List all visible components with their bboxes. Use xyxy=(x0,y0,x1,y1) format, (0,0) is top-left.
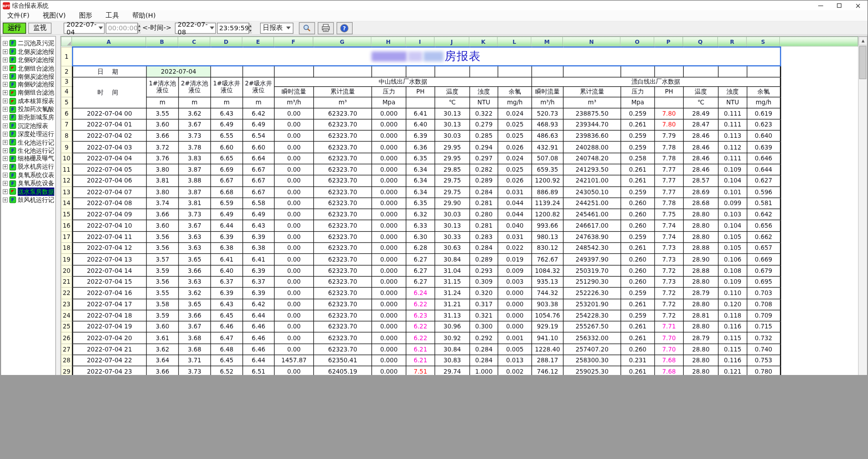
value-cell[interactable]: 3.81 xyxy=(179,198,211,209)
tree-item[interactable]: +F北侧炭滤池报表 xyxy=(1,47,55,56)
value-cell[interactable]: 0.005 xyxy=(498,344,532,355)
search-button[interactable] xyxy=(299,22,315,34)
column-header-Q[interactable]: Q xyxy=(683,37,718,47)
value-cell[interactable]: 3.60 xyxy=(146,220,179,231)
value-cell[interactable]: 6.24 xyxy=(406,287,435,299)
value-cell[interactable]: 62323.70 xyxy=(314,209,372,220)
value-cell[interactable]: 3.68 xyxy=(179,344,211,355)
value-cell[interactable]: 254228.30 xyxy=(563,310,621,321)
value-cell[interactable]: 7.78 xyxy=(655,198,684,209)
unit-cell[interactable]: m³ xyxy=(563,97,621,108)
value-cell[interactable]: 3.56 xyxy=(146,243,179,254)
tree-item[interactable]: +F二沉池及污泥浊 xyxy=(1,39,55,47)
value-cell[interactable]: 0.00 xyxy=(274,119,314,131)
column-header-O[interactable]: O xyxy=(621,37,655,47)
unit-cell[interactable]: Mpa xyxy=(621,97,655,108)
value-cell[interactable]: 0.121 xyxy=(718,366,747,375)
value-cell[interactable]: 0.581 xyxy=(747,198,780,209)
value-cell[interactable]: 246617.00 xyxy=(563,220,621,231)
value-cell[interactable]: 62323.70 xyxy=(314,333,372,344)
time-cell[interactable]: 2022-07-04 21 xyxy=(72,344,146,355)
value-cell[interactable]: 62323.70 xyxy=(314,243,372,254)
value-cell[interactable]: 6.44 xyxy=(211,220,243,231)
value-cell[interactable]: 7.74 xyxy=(655,220,684,231)
value-cell[interactable]: 520.73 xyxy=(532,108,563,119)
value-cell[interactable]: 255267.50 xyxy=(563,321,621,333)
time-cell[interactable]: 2022-07-04 19 xyxy=(72,321,146,333)
value-cell[interactable]: 0.259 xyxy=(621,141,655,153)
row-header[interactable]: 15 xyxy=(61,209,72,220)
row-header[interactable]: 9 xyxy=(61,141,72,153)
value-cell[interactable]: 29.75 xyxy=(435,175,470,187)
value-cell[interactable]: 0.261 xyxy=(621,243,655,254)
measure-header-cell[interactable]: 余氯 xyxy=(747,86,780,97)
value-cell[interactable]: 0.662 xyxy=(747,231,780,243)
value-cell[interactable]: 6.23 xyxy=(406,310,435,321)
value-cell[interactable]: 0.00 xyxy=(274,209,314,220)
empty-cell[interactable] xyxy=(684,66,718,77)
value-cell[interactable]: 62323.70 xyxy=(314,220,372,231)
value-cell[interactable]: 0.00 xyxy=(274,198,314,209)
measure-header-cell[interactable]: 温度 xyxy=(435,86,470,97)
value-cell[interactable]: 7.80 xyxy=(655,119,684,131)
value-cell[interactable]: 0.024 xyxy=(498,153,532,164)
value-cell[interactable]: 7.72 xyxy=(655,265,684,276)
value-cell[interactable]: 0.109 xyxy=(718,276,747,288)
value-cell[interactable]: 0.101 xyxy=(718,187,747,198)
row-header[interactable]: 16 xyxy=(61,220,72,231)
value-cell[interactable]: 993.66 xyxy=(532,220,563,231)
value-cell[interactable]: 6.49 xyxy=(243,209,274,220)
value-cell[interactable]: 0.260 xyxy=(621,209,655,220)
row-header[interactable]: 26 xyxy=(61,333,72,344)
value-cell[interactable]: 0.292 xyxy=(470,333,498,344)
value-cell[interactable]: 0.00 xyxy=(274,141,314,153)
measure-header-cell[interactable]: 浊度 xyxy=(718,86,747,97)
value-cell[interactable]: 6.41 xyxy=(243,254,274,265)
value-cell[interactable]: 28.46 xyxy=(684,164,718,175)
value-cell[interactable]: 6.51 xyxy=(243,366,274,375)
unit-cell[interactable]: m³ xyxy=(314,97,372,108)
value-cell[interactable]: 0.309 xyxy=(470,276,498,288)
value-cell[interactable]: 0.105 xyxy=(718,231,747,243)
value-cell[interactable]: 0.000 xyxy=(372,119,406,131)
value-cell[interactable]: 6.43 xyxy=(243,220,274,231)
value-cell[interactable]: 1054.76 xyxy=(532,310,563,321)
value-cell[interactable]: 62323.70 xyxy=(314,287,372,299)
measure-header-cell[interactable]: 瞬时流量 xyxy=(532,86,563,97)
tree-item[interactable]: +◤送水泵房数据 xyxy=(1,187,55,196)
value-cell[interactable]: 31.13 xyxy=(435,310,470,321)
value-cell[interactable]: 62323.70 xyxy=(314,321,372,333)
tree-item[interactable]: +F南侧砂滤池报表 xyxy=(1,80,55,89)
value-cell[interactable]: 6.37 xyxy=(211,276,243,288)
value-cell[interactable]: 28.47 xyxy=(684,119,718,131)
value-cell[interactable]: 0.00 xyxy=(274,310,314,321)
value-cell[interactable]: 6.44 xyxy=(243,310,274,321)
column-header-F[interactable]: F xyxy=(274,37,313,47)
value-cell[interactable]: 762.67 xyxy=(532,254,563,265)
row-header[interactable]: 18 xyxy=(61,243,72,254)
empty-cell[interactable] xyxy=(314,66,372,77)
time-cell[interactable]: 2022-07-04 11 xyxy=(72,231,146,243)
value-cell[interactable]: 30.84 xyxy=(435,254,470,265)
value-cell[interactable]: 0.000 xyxy=(372,153,406,164)
empty-cell[interactable] xyxy=(372,66,406,77)
expand-plus-icon[interactable]: + xyxy=(3,82,8,87)
value-cell[interactable]: 247638.90 xyxy=(563,231,621,243)
value-cell[interactable]: 28.57 xyxy=(684,175,718,187)
tree-item[interactable]: +F臭氧系统仪表数 xyxy=(1,171,55,179)
value-cell[interactable]: 252226.30 xyxy=(563,287,621,299)
value-cell[interactable]: 6.39 xyxy=(406,130,435,141)
value-cell[interactable]: 3.73 xyxy=(179,209,211,220)
value-cell[interactable]: 6.39 xyxy=(243,231,274,243)
value-cell[interactable]: 0.709 xyxy=(747,310,780,321)
value-cell[interactable]: 3.80 xyxy=(146,187,179,198)
value-cell[interactable]: 0.695 xyxy=(747,276,780,288)
value-cell[interactable]: 3.67 xyxy=(179,119,211,131)
group-header-cell[interactable]: 中山线出厂水数据 xyxy=(274,77,532,86)
date-value-cell[interactable]: 2022-07-04 xyxy=(146,66,211,77)
value-cell[interactable]: 3.83 xyxy=(179,153,211,164)
value-cell[interactable]: 0.109 xyxy=(718,164,747,175)
value-cell[interactable]: 7.51 xyxy=(406,366,435,375)
value-cell[interactable]: 7.68 xyxy=(655,366,684,375)
value-cell[interactable]: 6.48 xyxy=(211,344,243,355)
